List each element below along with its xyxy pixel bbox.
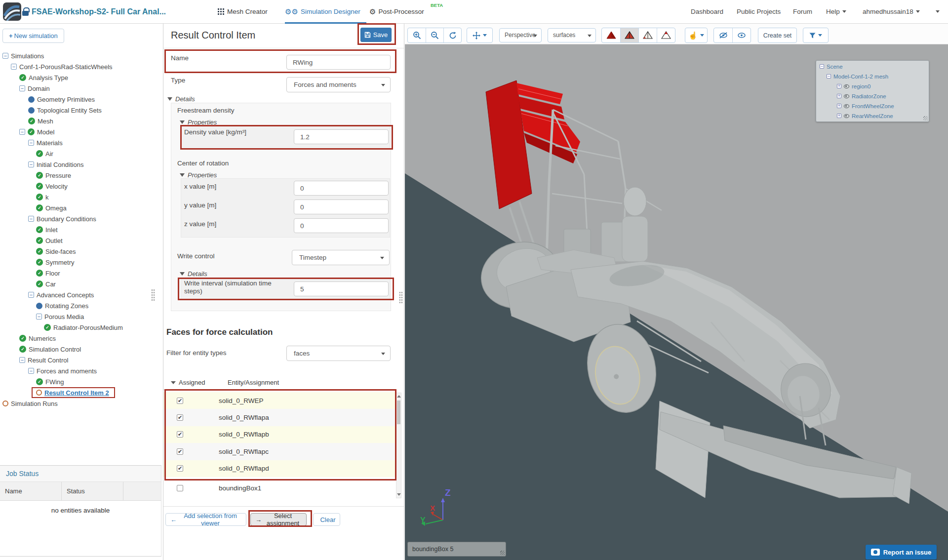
clear-button[interactable]: Clear bbox=[313, 513, 340, 526]
viewport-3d[interactable]: Z X Y − Scene − Model-Conf-1-2 mesh +reg… bbox=[405, 44, 948, 560]
add-selection-from-viewer-button[interactable]: ← Add selection from viewer bbox=[165, 513, 246, 526]
table-row-solid_0_RWEP[interactable]: ✔solid_0_RWEP bbox=[163, 392, 395, 409]
write-interval-input[interactable] bbox=[294, 281, 389, 296]
collapse-icon[interactable]: − bbox=[28, 292, 34, 298]
table-row-solid_0_RWflapa[interactable]: ✔solid_0_RWflapa bbox=[163, 409, 395, 426]
zoom-out-button[interactable] bbox=[426, 28, 443, 42]
expand-icon[interactable]: + bbox=[837, 84, 841, 88]
write-control-select[interactable]: Timestep bbox=[292, 250, 390, 265]
selection-name-input[interactable]: boundingBox 5 bbox=[407, 542, 506, 557]
tree-item-numerics[interactable]: ✓Numerics bbox=[0, 333, 162, 344]
expand-icon[interactable]: + bbox=[837, 94, 841, 98]
tree-item-initial-conditions[interactable]: −Initial Conditions bbox=[0, 159, 162, 170]
tree-item-rotating-zones[interactable]: Rotating Zones bbox=[0, 300, 162, 311]
collapse-icon[interactable]: − bbox=[28, 216, 34, 222]
tree-item-omega[interactable]: ✓Omega bbox=[0, 202, 162, 213]
eye-icon[interactable] bbox=[844, 114, 849, 118]
scroll-up-icon[interactable] bbox=[397, 395, 401, 398]
projection-select[interactable]: Perspective bbox=[499, 28, 542, 42]
x-value-input[interactable] bbox=[294, 181, 389, 196]
table-scrollbar[interactable] bbox=[396, 393, 401, 498]
eye-icon[interactable] bbox=[844, 104, 849, 108]
assigned-column-header[interactable]: Assigned bbox=[171, 379, 205, 386]
tree-item-outlet[interactable]: ✓Outlet bbox=[0, 235, 162, 246]
pan-move-button[interactable] bbox=[467, 28, 492, 42]
tree-item-simulations[interactable]: −Simulations bbox=[0, 50, 162, 61]
tree-item-simulation-runs[interactable]: Simulation Runs bbox=[0, 398, 162, 409]
z-value-input[interactable] bbox=[294, 218, 389, 233]
tree-item-model[interactable]: −✓Model bbox=[0, 126, 162, 137]
panel-resize-grip[interactable] bbox=[399, 291, 403, 303]
nav-forum[interactable]: Forum bbox=[793, 0, 812, 24]
nav-help[interactable]: Help bbox=[826, 0, 846, 24]
collapse-icon[interactable]: − bbox=[19, 129, 25, 135]
scene-item-radiatorzone[interactable]: +RadiatorZone bbox=[816, 92, 929, 100]
scene-item-rearwheelzone[interactable]: +RearWheelZone bbox=[816, 112, 929, 120]
tree-item-air[interactable]: ✓Air bbox=[0, 148, 162, 159]
solid-view-button[interactable] bbox=[602, 28, 620, 42]
collapse-icon[interactable]: − bbox=[19, 85, 25, 91]
collapse-icon[interactable]: − bbox=[2, 53, 8, 59]
details-toggle[interactable]: Details bbox=[167, 95, 195, 103]
details-toggle[interactable]: Details bbox=[180, 270, 207, 278]
tree-item-conf-1-porousrad-staticwheels[interactable]: −Conf-1-PorousRad-StaticWheels bbox=[0, 61, 162, 72]
nav-public-projects[interactable]: Public Projects bbox=[737, 0, 781, 24]
collapse-icon[interactable]: − bbox=[11, 64, 17, 70]
tree-item-boundary-conditions[interactable]: −Boundary Conditions bbox=[0, 213, 162, 224]
tree-item-forces-and-moments[interactable]: −Forces and moments bbox=[0, 365, 162, 376]
eye-icon[interactable] bbox=[844, 94, 849, 98]
scene-root-item[interactable]: − Scene bbox=[816, 62, 929, 71]
tree-item-side-faces[interactable]: ✓Side-faces bbox=[0, 246, 162, 257]
new-simulation-button[interactable]: +New simulation bbox=[2, 29, 64, 43]
table-row-solid_0_RWflapc[interactable]: ✔solid_0_RWflapc bbox=[163, 443, 395, 460]
resize-handle-icon[interactable] bbox=[500, 551, 505, 555]
points-view-button[interactable] bbox=[657, 28, 675, 42]
tree-item-geometry-primitives[interactable]: Geometry Primitives bbox=[0, 94, 162, 105]
hide-selection-button[interactable] bbox=[714, 28, 732, 42]
collapse-icon[interactable]: − bbox=[28, 140, 34, 146]
select-assignment-button[interactable]: → Select assignment bbox=[250, 513, 307, 526]
collapse-icon[interactable]: − bbox=[820, 64, 824, 69]
filter-button[interactable] bbox=[803, 28, 828, 42]
scrollbar-thumb[interactable] bbox=[397, 400, 400, 424]
tree-item-car[interactable]: ✓Car bbox=[0, 279, 162, 289]
tree-item-materials[interactable]: −Materials bbox=[0, 137, 162, 148]
pick-tool-button[interactable]: ☝ bbox=[685, 28, 707, 42]
scene-item-frontwheelzone[interactable]: +FrontWheelZone bbox=[816, 102, 929, 110]
table-row-solid_0_RWflapb[interactable]: ✔solid_0_RWflapb bbox=[163, 426, 395, 443]
tree-item-inlet[interactable]: ✓Inlet bbox=[0, 224, 162, 235]
checkbox-unchecked[interactable] bbox=[177, 485, 183, 491]
nav-dashboard[interactable]: Dashboard bbox=[691, 0, 723, 24]
nav-more-menu[interactable] bbox=[933, 0, 940, 24]
tab-post-processor[interactable]: ⚙Post-Processor bbox=[369, 0, 424, 24]
tab-mesh-creator[interactable]: Mesh Creator bbox=[217, 0, 268, 24]
checkbox-checked[interactable]: ✔ bbox=[177, 398, 183, 404]
panel-resize-grip[interactable] bbox=[151, 289, 156, 301]
tree-item-velocity[interactable]: ✓Velocity bbox=[0, 181, 162, 192]
tree-item-result-control[interactable]: −Result Control bbox=[0, 355, 162, 365]
expand-icon[interactable]: + bbox=[837, 114, 841, 118]
show-selection-button[interactable] bbox=[732, 28, 750, 42]
checkbox-checked[interactable]: ✔ bbox=[177, 448, 183, 455]
type-select[interactable]: Forces and moments bbox=[286, 77, 391, 92]
tree-item-analysis-type[interactable]: ✓Analysis Type bbox=[0, 72, 162, 83]
tree-item-advanced-concepts[interactable]: −Advanced Concepts bbox=[0, 289, 162, 300]
nav-user-menu[interactable]: ahmedhussain18 bbox=[863, 0, 920, 24]
zoom-in-button[interactable] bbox=[408, 28, 426, 42]
solid-edges-view-button[interactable] bbox=[620, 28, 638, 42]
wireframe-view-button[interactable] bbox=[638, 28, 657, 42]
tree-item-pressure[interactable]: ✓Pressure bbox=[0, 170, 162, 181]
expand-icon[interactable]: + bbox=[837, 104, 841, 108]
collapse-icon[interactable]: − bbox=[827, 74, 831, 79]
name-input[interactable] bbox=[286, 55, 391, 70]
collapse-icon[interactable]: − bbox=[28, 161, 34, 167]
tree-item-topological-entity-sets[interactable]: Topological Entity Sets bbox=[0, 105, 162, 116]
tab-simulation-designer[interactable]: ⚙⚙Simulation Designer bbox=[285, 0, 360, 24]
checkbox-checked[interactable]: ✔ bbox=[177, 431, 183, 438]
tree-item-radiator-porousmedium[interactable]: ✓Radiator-PorousMedium bbox=[0, 322, 162, 333]
scene-item-region0[interactable]: +region0 bbox=[816, 82, 929, 90]
report-issue-button[interactable]: Report an issue bbox=[866, 545, 937, 560]
save-button[interactable]: Save bbox=[360, 28, 392, 42]
checkbox-checked[interactable]: ✔ bbox=[177, 414, 183, 421]
properties-toggle[interactable]: Properties bbox=[180, 171, 217, 179]
